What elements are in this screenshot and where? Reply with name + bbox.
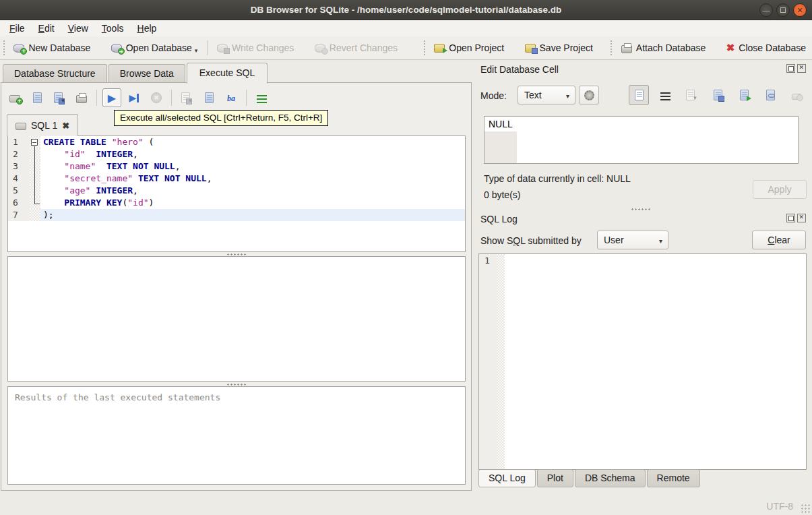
close-panel-icon[interactable]: [797, 64, 806, 73]
toolbar-drag-handle[interactable]: [423, 40, 425, 56]
copy-link-icon[interactable]: [760, 85, 780, 105]
open-database-dropdown-icon[interactable]: ▾: [195, 47, 198, 54]
window-title: DB Browser for SQLite - /home/user/code/…: [251, 5, 561, 15]
maximize-button[interactable]: [776, 3, 790, 17]
fold-collapse-icon[interactable]: [30, 136, 40, 148]
open-database-button[interactable]: Open Database ▾: [105, 39, 204, 57]
line-number: 1: [8, 136, 30, 148]
fold-margin: [30, 185, 40, 197]
new-sql-tab-icon[interactable]: [5, 88, 24, 107]
float-panel-icon[interactable]: [786, 64, 795, 73]
clear-log-button[interactable]: Clear: [752, 231, 806, 249]
cell-value-editor[interactable]: NULL: [484, 116, 799, 164]
mode-value: Text: [524, 90, 542, 100]
word-wrap-icon[interactable]: [655, 85, 675, 105]
edit-cell-dock-buttons: [786, 64, 806, 73]
database-open-icon: [111, 44, 122, 53]
log-filter-value: User: [604, 235, 624, 245]
editor-line[interactable]: 2 "id" INTEGER,: [8, 148, 465, 160]
editor-line[interactable]: 4 "secret_name" TEXT NOT NULL,: [8, 173, 465, 185]
code-text: "age" INTEGER,: [40, 185, 465, 197]
editor-line[interactable]: 7);: [8, 209, 465, 221]
execute-all-icon[interactable]: [102, 88, 121, 107]
auto-complete-icon[interactable]: [222, 88, 241, 107]
menu-help[interactable]: Help: [131, 22, 164, 35]
cell-type-info: Type of data currently in cell: NULL: [484, 173, 631, 184]
bottom-tab-bar: SQL Log Plot DB Schema Remote: [478, 469, 700, 487]
title-bar[interactable]: DB Browser for SQLite - /home/user/code/…: [0, 0, 812, 20]
close-database-label: Close Database: [739, 42, 806, 53]
open-sql-file-icon[interactable]: [28, 88, 46, 107]
main-toolbar: New Database Open Database ▾ Write Chang…: [0, 36, 812, 60]
toolbar-drag-handle[interactable]: [3, 40, 5, 56]
tab-db-schema[interactable]: DB Schema: [575, 469, 646, 487]
sql-toolbar: ▾ ▾: [5, 86, 271, 110]
results-grid-pane[interactable]: [7, 256, 466, 382]
write-changes-icon: [217, 44, 228, 53]
menu-tools[interactable]: Tools: [95, 22, 131, 35]
toolbar-drag-handle[interactable]: [610, 40, 612, 56]
resize-grip[interactable]: [801, 504, 810, 513]
save-sql-file-icon[interactable]: ▾: [50, 88, 69, 107]
sql-tab-close-icon[interactable]: ✖: [62, 121, 69, 131]
menu-file[interactable]: File: [3, 22, 32, 35]
save-data-icon[interactable]: [708, 85, 728, 105]
code-text: "secret_name" TEXT NOT NULL,: [40, 173, 465, 185]
minimize-button[interactable]: —: [759, 3, 773, 17]
chevron-down-icon: ▾: [566, 92, 569, 100]
fold-margin: [30, 148, 40, 160]
close-panel-icon[interactable]: [797, 214, 806, 222]
sql-code-editor[interactable]: 1CREATE TABLE "hero" (2 "id" INTEGER,3 "…: [7, 135, 466, 252]
log-filter-label: Show SQL submitted by: [480, 235, 582, 246]
tab-browse-data[interactable]: Browse Data: [108, 64, 185, 83]
tab-database-structure[interactable]: Database Structure: [3, 64, 107, 83]
apply-button: Apply: [753, 180, 807, 199]
encoding-indicator: UTF-8: [766, 501, 793, 512]
clear-label: Clear: [768, 235, 790, 245]
log-filter-combobox[interactable]: User ▾: [597, 231, 668, 249]
tab-sql-log[interactable]: SQL Log: [478, 469, 536, 487]
tab-remote[interactable]: Remote: [647, 469, 700, 487]
format-sql-icon[interactable]: [252, 88, 271, 107]
editor-line[interactable]: 5 "age" INTEGER,: [8, 185, 465, 197]
open-project-button[interactable]: Open Project: [428, 39, 510, 57]
stop-icon: [147, 88, 166, 107]
tab-execute-sql[interactable]: Execute SQL: [187, 63, 268, 84]
menu-view[interactable]: View: [61, 22, 95, 35]
menu-edit[interactable]: Edit: [32, 22, 61, 35]
main-tab-bar: Database Structure Browse Data Execute S…: [3, 62, 269, 83]
attach-database-button[interactable]: Attach Database: [615, 39, 712, 57]
write-changes-label: Write Changes: [232, 42, 294, 53]
code-text: "name" TEXT NOT NULL,: [40, 160, 465, 173]
code-text: PRIMARY KEY("id"): [40, 197, 465, 209]
auto-switch-mode-button[interactable]: [579, 86, 599, 104]
sql-file-tab[interactable]: SQL 1 ✖: [7, 114, 78, 136]
set-null-icon: [786, 85, 807, 105]
sql-log-view[interactable]: 1: [478, 253, 807, 470]
mode-combobox[interactable]: Text ▾: [518, 86, 575, 104]
save-project-button[interactable]: Save Project: [519, 39, 599, 57]
close-database-button[interactable]: Close Database: [720, 38, 812, 57]
editor-line[interactable]: 3 "name" TEXT NOT NULL,: [8, 160, 465, 173]
code-text: "id" INTEGER,: [40, 148, 465, 160]
editor-line[interactable]: 6 PRIMARY KEY("id"): [8, 197, 465, 209]
close-button[interactable]: ✕: [793, 3, 807, 17]
cell-log-splitter[interactable]: [474, 207, 807, 211]
results-messages-pane[interactable]: Results of the last executed statements: [7, 386, 466, 485]
write-changes-button: Write Changes: [211, 39, 300, 57]
cell-toolbar: ▾: [629, 85, 812, 105]
float-panel-icon[interactable]: [786, 214, 795, 222]
log-fold-margin: [497, 254, 505, 469]
text-mode-icon[interactable]: [629, 85, 649, 105]
editor-line[interactable]: 1CREATE TABLE "hero" (: [8, 136, 465, 148]
open-external-icon[interactable]: [734, 85, 754, 105]
find-in-sql-icon[interactable]: [199, 88, 218, 107]
project-open-icon: [434, 44, 445, 53]
new-database-button[interactable]: New Database: [7, 39, 96, 57]
sql-log-dock-buttons: [786, 214, 806, 222]
tab-plot[interactable]: Plot: [537, 469, 573, 487]
execute-line-icon[interactable]: [125, 88, 144, 107]
right-dock: Edit Database Cell Mode: Text ▾ ▾ NULL: [474, 60, 807, 495]
new-database-label: New Database: [28, 42, 90, 53]
print-icon[interactable]: [72, 88, 91, 107]
